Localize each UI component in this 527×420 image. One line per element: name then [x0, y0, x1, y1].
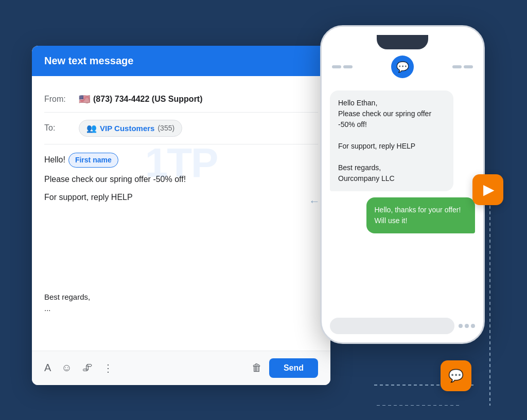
text-format-icon[interactable]: A — [44, 362, 51, 374]
scene: New text message From: 🇺🇸 (873) 734-4422… — [16, 15, 511, 406]
from-label: From: — [44, 95, 73, 104]
phone-input-area — [322, 313, 483, 342]
message-area[interactable]: Hello! First name Please check our sprin… — [44, 144, 318, 217]
phone-status-bar: 💬 — [332, 56, 473, 78]
send-button[interactable]: Send — [269, 358, 318, 378]
received-message-text: Hello Ethan,Please check our spring offe… — [338, 98, 445, 184]
phone-input-bar — [330, 318, 454, 334]
footer-right: 🗑 Send — [252, 358, 318, 378]
status-dot — [343, 65, 353, 68]
status-dot — [452, 65, 462, 68]
delete-icon[interactable]: 🗑 — [252, 362, 262, 374]
group-count: (355) — [157, 124, 174, 132]
footer-icons: A ☺ 🖇 ⋮ — [44, 362, 113, 374]
status-dot — [464, 65, 473, 68]
signature-line-2: ... — [44, 303, 90, 315]
signature-line-1: Best regards, — [44, 291, 90, 303]
received-bubble: Hello Ethan,Please check our spring offe… — [330, 90, 453, 191]
to-label: To: — [44, 123, 73, 133]
emoji-icon[interactable]: ☺ — [61, 362, 72, 374]
compose-footer: A ☺ 🖇 ⋮ 🗑 Send — [32, 351, 330, 385]
compose-body: From: 🇺🇸 (873) 734-4422 (US Support) To:… — [32, 76, 330, 351]
compose-panel: New text message From: 🇺🇸 (873) 734-4422… — [32, 46, 330, 385]
chat-bubble-icon: 💬 — [448, 369, 464, 383]
message-line-3: For support, reply HELP — [44, 191, 318, 204]
flag-icon: 🇺🇸 — [79, 94, 90, 105]
phone-input-dots — [459, 324, 475, 328]
sent-message-text: Hello, thanks for your offer! Will use i… — [375, 205, 467, 226]
attach-icon[interactable]: 🖇 — [82, 362, 93, 374]
to-row: To: 👥 VIP Customers (355) — [44, 113, 318, 144]
status-dots-left — [332, 65, 353, 68]
compose-header: New text message — [32, 46, 330, 76]
chat-icon: 💬 — [396, 61, 409, 73]
hello-text: Hello! — [44, 154, 65, 166]
orange-send-icon-box: ▶ — [472, 174, 503, 205]
send-icon: ▶ — [483, 181, 495, 198]
input-dot — [471, 324, 475, 328]
phone-app-icon: 💬 — [391, 56, 414, 78]
phone-messages: Hello Ethan,Please check our spring offe… — [322, 85, 483, 313]
recipient-badge[interactable]: 👥 VIP Customers (355) — [79, 120, 182, 137]
orange-chat-icon-box: 💬 — [441, 360, 471, 391]
status-dot — [332, 65, 341, 68]
message-line-2: Please check our spring offer -50% off! — [44, 173, 318, 186]
compose-title: New text message — [44, 55, 133, 66]
phone-notch-area: 💬 — [322, 27, 483, 85]
phone-mockup: 💬 Hello Ethan,Please check our spring of… — [320, 25, 485, 344]
status-dots-right — [452, 65, 473, 68]
sent-bubble: Hello, thanks for your offer! Will use i… — [366, 197, 476, 233]
input-dot — [465, 324, 469, 328]
left-arrow: ← — [309, 195, 320, 208]
input-dot — [459, 324, 463, 328]
signature-area: Best regards, ... — [44, 291, 90, 315]
phone-notch — [377, 35, 428, 49]
group-icon: 👥 — [86, 123, 97, 133]
message-line-1: Hello! First name — [44, 153, 318, 168]
more-options-icon[interactable]: ⋮ — [103, 362, 113, 374]
from-row: From: 🇺🇸 (873) 734-4422 (US Support) — [44, 86, 318, 113]
from-number: (873) 734-4422 (US Support) — [93, 95, 203, 104]
group-name: VIP Customers — [100, 124, 154, 133]
first-name-badge[interactable]: First name — [68, 153, 118, 168]
